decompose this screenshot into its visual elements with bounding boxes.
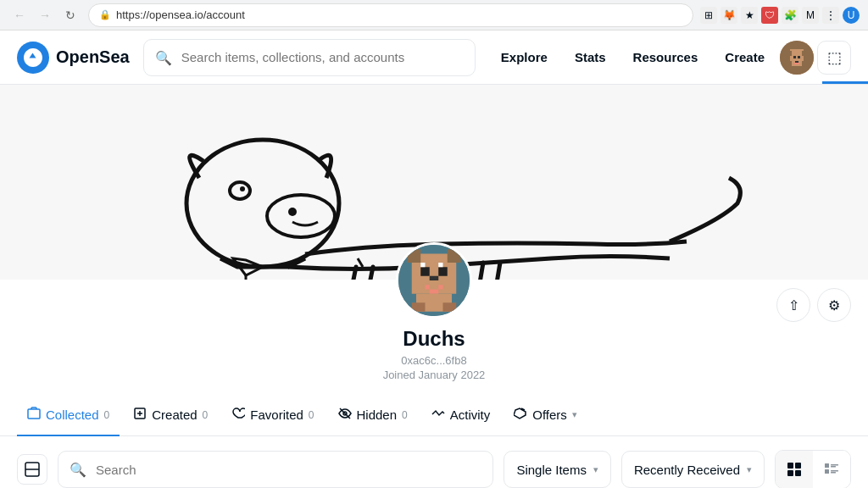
header-active-indicator xyxy=(822,81,868,84)
ext-icon-3[interactable]: ★ xyxy=(741,7,758,24)
svg-rect-21 xyxy=(420,267,430,276)
profile-section: ⇧ ⚙ Duchs 0xac6c...6fb8 Joined January 2… xyxy=(0,280,868,395)
tab-favorited[interactable]: Favorited 0 xyxy=(221,395,324,436)
svg-rect-46 xyxy=(831,470,838,472)
view-toggle xyxy=(775,450,851,488)
grid-view-button[interactable] xyxy=(776,451,813,488)
svg-rect-40 xyxy=(787,470,793,476)
ext-icon-menu[interactable]: ⋮ xyxy=(822,7,839,24)
svg-rect-38 xyxy=(787,463,793,469)
svg-point-14 xyxy=(288,208,297,216)
profile-avatar xyxy=(396,242,472,319)
svg-rect-41 xyxy=(795,470,801,476)
tab-activity-label: Activity xyxy=(450,408,491,422)
content-area: 🔍 Single Items ▾ Recently Received ▾ xyxy=(0,436,868,488)
tab-collected-label: Collected xyxy=(46,408,99,422)
content-search-icon: 🔍 xyxy=(70,462,86,478)
tab-favorited-count: 0 xyxy=(309,409,314,421)
profile-actions: ⇧ ⚙ xyxy=(776,288,851,322)
tab-hidden-count: 0 xyxy=(402,409,408,421)
logo-area[interactable]: OpenSea xyxy=(17,42,130,74)
tab-offers-label: Offers xyxy=(532,408,567,422)
header-wallet-button[interactable]: ⬚ xyxy=(817,41,851,75)
recently-received-dropdown[interactable]: Recently Received ▾ xyxy=(621,451,765,488)
nav-explore[interactable]: Explore xyxy=(489,43,559,71)
svg-rect-42 xyxy=(825,463,829,468)
svg-rect-47 xyxy=(831,472,836,474)
svg-rect-3 xyxy=(802,51,805,56)
tab-created[interactable]: Created 0 xyxy=(123,395,218,436)
nav-stats[interactable]: Stats xyxy=(563,43,618,71)
tab-activity[interactable]: Activity xyxy=(421,395,501,436)
share-button[interactable]: ⇧ xyxy=(776,288,810,322)
svg-rect-19 xyxy=(408,249,421,263)
browser-nav-buttons: ← → ↻ xyxy=(8,4,81,26)
svg-rect-32 xyxy=(28,409,40,419)
header-search-icon: 🔍 xyxy=(155,49,172,65)
tab-hidden-label: Hidden xyxy=(357,408,398,422)
profile-address[interactable]: 0xac6c...6fb8 xyxy=(401,354,466,367)
address-bar[interactable]: 🔒 https://opensea.io/account xyxy=(88,3,693,27)
ext-icon-puzzle[interactable]: 🧩 xyxy=(782,7,798,24)
svg-rect-23 xyxy=(420,263,425,267)
tab-created-count: 0 xyxy=(203,409,209,421)
svg-rect-44 xyxy=(831,464,838,466)
svg-rect-8 xyxy=(795,61,798,63)
tab-collected-count: 0 xyxy=(104,409,110,421)
list-icon xyxy=(824,462,839,477)
forward-button[interactable]: → xyxy=(34,4,56,26)
content-search-bar: 🔍 xyxy=(58,451,493,488)
tab-hidden[interactable]: Hidden 0 xyxy=(328,395,418,436)
profile-joined: Joined January 2022 xyxy=(383,369,486,381)
tab-favorited-label: Favorited xyxy=(250,408,303,422)
logo-text: OpenSea xyxy=(56,47,130,67)
svg-rect-5 xyxy=(793,56,796,58)
profile-name: Duchs xyxy=(403,327,465,351)
svg-rect-6 xyxy=(798,56,800,58)
back-button[interactable]: ← xyxy=(8,4,31,26)
nav-resources[interactable]: Resources xyxy=(621,43,710,71)
ext-icon-user[interactable]: U xyxy=(843,7,860,24)
single-items-dropdown[interactable]: Single Items ▾ xyxy=(504,451,611,488)
svg-rect-28 xyxy=(430,290,439,294)
svg-rect-30 xyxy=(412,302,426,312)
created-icon xyxy=(133,407,147,423)
ext-icon-shield[interactable]: 🛡 xyxy=(761,7,778,24)
header-search-input[interactable] xyxy=(143,39,476,76)
svg-rect-31 xyxy=(443,302,457,312)
offers-icon xyxy=(514,407,527,423)
sidebar-toggle-button[interactable] xyxy=(17,454,47,485)
single-items-arrow: ▾ xyxy=(593,464,598,475)
tab-collected[interactable]: Collected 0 xyxy=(17,395,120,436)
hidden-icon xyxy=(338,407,352,423)
reload-button[interactable]: ↻ xyxy=(59,4,81,26)
content-search-input[interactable] xyxy=(58,451,493,488)
settings-button[interactable]: ⚙ xyxy=(817,288,851,322)
recently-received-arrow: ▾ xyxy=(747,464,752,475)
ext-icon-1[interactable]: ⊞ xyxy=(700,7,717,24)
svg-rect-43 xyxy=(825,469,829,474)
nav-create[interactable]: Create xyxy=(713,43,776,71)
collected-icon xyxy=(27,407,41,423)
opensea-logo-icon xyxy=(17,42,49,74)
tab-offers[interactable]: Offers ▾ xyxy=(504,395,587,436)
svg-rect-1 xyxy=(790,49,804,61)
avatar-image xyxy=(398,245,470,316)
svg-rect-26 xyxy=(426,285,430,289)
activity-icon xyxy=(431,407,445,423)
svg-rect-45 xyxy=(831,466,836,468)
offers-dropdown-icon: ▾ xyxy=(572,409,577,420)
ext-icon-meta[interactable]: M xyxy=(802,7,819,24)
lock-icon: 🔒 xyxy=(99,9,111,20)
header-avatar[interactable] xyxy=(780,41,814,75)
content-toolbar: 🔍 Single Items ▾ Recently Received ▾ xyxy=(17,450,851,488)
browser-extensions: ⊞ 🦊 ★ 🛡 🧩 M ⋮ U xyxy=(700,7,860,24)
svg-point-12 xyxy=(240,186,245,191)
url-text: https://opensea.io/account xyxy=(116,8,245,21)
favorited-icon xyxy=(231,407,245,423)
list-view-button[interactable] xyxy=(813,451,850,488)
svg-rect-27 xyxy=(438,285,442,289)
ext-icon-2[interactable]: 🦊 xyxy=(721,7,737,24)
svg-rect-25 xyxy=(430,276,439,280)
recently-received-label: Recently Received xyxy=(634,463,740,477)
